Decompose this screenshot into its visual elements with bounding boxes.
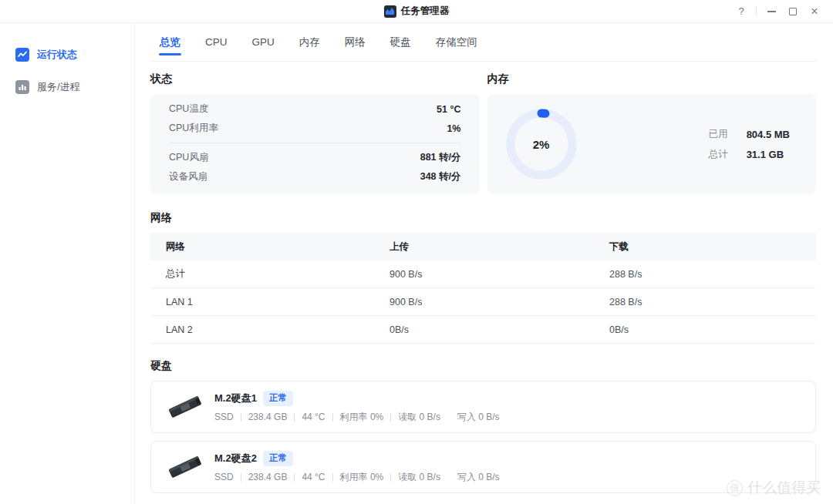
disk-info: M.2硬盘2 正常 SSD 238.4 GB 44 °C 利用率 0%: [214, 451, 500, 484]
stat-value: 1%: [447, 123, 460, 134]
memory-donut-chart: 2%: [504, 107, 578, 181]
divider: [169, 143, 461, 143]
stat-value: 881 转/分: [420, 151, 461, 164]
divider: [241, 473, 241, 482]
sidebar-item-running-status[interactable]: 运行状态: [0, 39, 134, 71]
network-section: 网络 网络 上传 下载 总计 900 B/s 288 B/s LAN 1 900…: [150, 211, 816, 344]
network-name: 总计: [166, 267, 390, 281]
stat-row-cpu-temp: CPU温度 51 °C: [169, 99, 461, 119]
disk-section: 硬盘: [150, 359, 816, 493]
network-name: LAN 2: [166, 324, 390, 335]
memory-used-value: 804.5 MB: [747, 129, 790, 140]
stat-row-cpu-usage: CPU利用率 1%: [169, 119, 461, 138]
divider: [390, 473, 391, 482]
stat-row-cpu-fan: CPU风扇 881 转/分: [169, 148, 461, 167]
sidebar-item-label: 运行状态: [37, 48, 77, 62]
disk-card-m2-1: M.2硬盘1 正常 SSD 238.4 GB 44 °C 利用率 0%: [150, 381, 816, 433]
upload-value: 0B/s: [390, 324, 609, 335]
disk-name: M.2硬盘1: [214, 391, 257, 405]
memory-card: 2% 已用 804.5 MB 总计 31.1 GB: [487, 94, 817, 194]
memory-total-value: 31.1 GB: [747, 149, 790, 160]
column-header-download: 下载: [609, 240, 816, 254]
disk-heading: 硬盘: [150, 359, 816, 373]
controls-divider: [756, 6, 757, 16]
window-controls: ? ×: [730, 0, 825, 22]
stat-label: CPU温度: [169, 102, 208, 116]
tab-gpu[interactable]: GPU: [251, 23, 276, 61]
m2-ssd-icon: [167, 392, 204, 422]
network-table: 网络 上传 下载 总计 900 B/s 288 B/s LAN 1 900 B/…: [150, 233, 816, 344]
line-chart-icon: [15, 48, 29, 62]
m2-ssd-icon: [167, 452, 204, 482]
column-header-upload: 上传: [390, 240, 609, 254]
table-row-total: 总计 900 B/s 288 B/s: [150, 260, 816, 288]
status-badge: 正常: [263, 391, 293, 406]
disk-capacity: 238.4 GB: [248, 472, 288, 482]
upload-value: 900 B/s: [390, 269, 609, 280]
upload-value: 900 B/s: [390, 297, 609, 307]
disk-utilization: 利用率 0%: [340, 471, 384, 484]
sidebar-item-services-processes[interactable]: 服务/进程: [0, 71, 134, 103]
download-value: 288 B/s: [609, 269, 816, 280]
status-heading: 状态: [150, 72, 480, 86]
tab-cpu[interactable]: CPU: [204, 23, 229, 61]
table-row-lan2: LAN 2 0B/s 0B/s: [150, 316, 816, 344]
bar-chart-icon: [15, 80, 29, 94]
disk-details: SSD 238.4 GB 44 °C 利用率 0% 读取 0 B/s 写入 0 …: [214, 471, 500, 484]
network-heading: 网络: [150, 211, 816, 225]
memory-percent-label: 2%: [504, 107, 578, 181]
memory-section: 内存 2% 已用 804.5 MB 总计 31.1 GB: [487, 72, 817, 194]
disk-write: 写入 0 B/s: [457, 411, 500, 424]
disk-capacity: 238.4 GB: [248, 412, 288, 422]
tab-memory[interactable]: 内存: [298, 23, 322, 61]
disk-temp: 44 °C: [302, 412, 325, 422]
disk-write: 写入 0 B/s: [457, 471, 500, 484]
disk-type: SSD: [214, 412, 234, 422]
status-card: CPU温度 51 °C CPU利用率 1% CPU风扇 881 转/分 设备风扇: [150, 94, 480, 194]
disk-utilization: 利用率 0%: [340, 411, 384, 424]
disk-read: 读取 0 B/s: [398, 411, 440, 424]
tab-network[interactable]: 网络: [343, 23, 367, 61]
memory-used-label: 已用: [709, 128, 728, 141]
window-title: 任务管理器: [401, 5, 450, 18]
maximize-icon: [789, 8, 797, 15]
disk-details: SSD 238.4 GB 44 °C 利用率 0% 读取 0 B/s 写入 0 …: [214, 411, 500, 424]
stat-value: 348 转/分: [420, 170, 461, 183]
minimize-button[interactable]: [760, 0, 782, 22]
status-section: 状态 CPU温度 51 °C CPU利用率 1% CPU风扇 881 转/分: [150, 72, 480, 194]
maximize-button[interactable]: [782, 0, 804, 22]
tab-bar: 总览 CPU GPU 内存 网络 硬盘 存储空间: [150, 23, 816, 62]
tab-disk[interactable]: 硬盘: [389, 23, 413, 61]
tab-storage[interactable]: 存储空间: [434, 23, 479, 61]
help-button[interactable]: ?: [730, 0, 752, 22]
divider: [332, 413, 333, 422]
disk-list: M.2硬盘1 正常 SSD 238.4 GB 44 °C 利用率 0%: [150, 381, 816, 493]
stat-row-device-fan: 设备风扇 348 转/分: [169, 167, 461, 186]
main-content: 总览 CPU GPU 内存 网络 硬盘 存储空间 状态 CPU温度 51 °C …: [135, 23, 833, 504]
divider: [390, 413, 391, 422]
table-row-lan1: LAN 1 900 B/s 288 B/s: [150, 288, 816, 316]
close-button[interactable]: ×: [804, 0, 825, 22]
column-header-network: 网络: [166, 240, 390, 254]
divider: [332, 473, 333, 482]
divider: [294, 473, 295, 482]
stat-label: CPU利用率: [169, 122, 218, 135]
stat-label: CPU风扇: [169, 151, 208, 164]
network-name: LAN 1: [166, 297, 390, 307]
stat-value: 51 °C: [437, 104, 460, 115]
disk-card-m2-2: M.2硬盘2 正常 SSD 238.4 GB 44 °C 利用率 0%: [150, 441, 816, 493]
stat-label: 设备风扇: [169, 170, 207, 183]
disk-temp: 44 °C: [302, 472, 325, 482]
memory-stats: 已用 804.5 MB 总计 31.1 GB: [709, 128, 790, 161]
disk-name: M.2硬盘2: [214, 452, 257, 465]
disk-info: M.2硬盘1 正常 SSD 238.4 GB 44 °C 利用率 0%: [214, 391, 500, 424]
memory-heading: 内存: [487, 72, 817, 86]
memory-total-label: 总计: [709, 148, 728, 161]
sidebar-item-label: 服务/进程: [37, 80, 80, 94]
download-value: 288 B/s: [609, 297, 816, 307]
tab-overview[interactable]: 总览: [158, 23, 182, 61]
network-table-header: 网络 上传 下载: [150, 233, 816, 260]
sidebar: 运行状态 服务/进程: [0, 23, 135, 504]
divider: [294, 413, 295, 422]
titlebar: 任务管理器 ? ×: [0, 0, 833, 23]
